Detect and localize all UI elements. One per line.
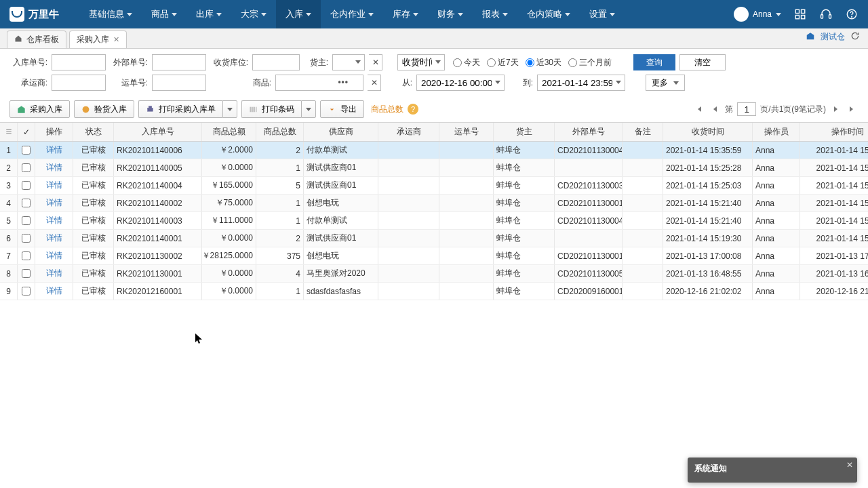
headset-icon[interactable]: [819, 7, 833, 21]
print-barcode-dropdown[interactable]: [301, 100, 316, 118]
nav-item[interactable]: 入库: [276, 0, 321, 28]
clear-button[interactable]: 清空: [679, 54, 726, 70]
column-header[interactable]: 收货时间: [663, 123, 753, 141]
refresh-icon[interactable]: [850, 31, 860, 43]
tab[interactable]: 采购入库✕: [69, 30, 127, 48]
help-badge-icon[interactable]: ?: [408, 104, 418, 115]
print-in-dropdown[interactable]: [222, 100, 237, 118]
user-menu[interactable]: Anna: [734, 7, 781, 22]
grid-icon[interactable]: [793, 7, 807, 21]
menu-icon[interactable]: [5, 127, 12, 137]
print-in-button[interactable]: 打印采购入库单: [138, 100, 222, 118]
row-checkbox[interactable]: [22, 287, 31, 296]
row-checkbox[interactable]: [22, 251, 31, 260]
table-row[interactable]: 1详情已审核RK202101140006￥2.00002付款单测试蚌埠仓CD20…: [0, 142, 868, 159]
column-header[interactable]: ✓: [18, 123, 35, 141]
table-row[interactable]: 6详情已审核RK202101140001￥0.00002测试供应商01蚌埠仓20…: [0, 230, 868, 247]
help-icon[interactable]: [845, 7, 859, 21]
ship-no-input[interactable]: [152, 75, 206, 91]
detail-link[interactable]: 详情: [46, 232, 62, 244]
detail-link[interactable]: 详情: [46, 144, 62, 156]
nav-item[interactable]: 商品: [142, 0, 186, 28]
column-header[interactable]: 外部单号: [555, 123, 623, 141]
nav-item[interactable]: 报表: [473, 0, 517, 28]
column-header[interactable]: 操作: [35, 123, 73, 141]
row-checkbox[interactable]: [22, 216, 31, 225]
row-checkbox[interactable]: [22, 146, 31, 155]
carrier-input[interactable]: [52, 75, 106, 91]
row-checkbox[interactable]: [22, 163, 31, 172]
table-row[interactable]: 9详情已审核RK202012160001￥0.00001sdasfdasfasf…: [0, 283, 868, 300]
page-last-button[interactable]: [846, 103, 859, 115]
table-row[interactable]: 4详情已审核RK202101140002￥75.00001创想电玩蚌埠仓CD20…: [0, 195, 868, 212]
column-header[interactable]: 运单号: [439, 123, 494, 141]
page-input[interactable]: [737, 102, 756, 116]
nav-item[interactable]: 出库: [186, 0, 231, 28]
nav-item[interactable]: 仓内策略: [517, 0, 580, 28]
detail-link[interactable]: 详情: [46, 250, 62, 262]
row-checkbox[interactable]: [22, 199, 31, 207]
close-icon[interactable]: ✕: [113, 35, 119, 44]
column-header[interactable]: 供应商: [304, 123, 378, 141]
search-button[interactable]: 查询: [633, 54, 675, 70]
sku-picker[interactable]: [275, 75, 363, 91]
table-row[interactable]: 5详情已审核RK202101140003￥111.00001付款单测试蚌埠仓CD…: [0, 212, 868, 230]
page-first-button[interactable]: [692, 103, 705, 115]
time-radio[interactable]: 今天: [453, 57, 480, 68]
column-header[interactable]: 商品总额: [202, 123, 256, 141]
column-header[interactable]: 入库单号: [114, 123, 202, 141]
nav-item[interactable]: 财务: [428, 0, 473, 28]
table-row[interactable]: 8详情已审核RK202101130001￥0.00004马里奥派对2020蚌埠仓…: [0, 265, 868, 283]
loc-input[interactable]: [252, 54, 300, 70]
nav-item[interactable]: 仓内作业: [321, 0, 383, 28]
detail-link[interactable]: 详情: [46, 197, 62, 209]
inspect-in-button[interactable]: 验货入库: [74, 100, 134, 118]
nav-item[interactable]: 基础信息: [79, 0, 142, 28]
column-header[interactable]: 承运商: [378, 123, 439, 141]
sku-total-link[interactable]: 商品总数: [371, 104, 403, 115]
chevron-down-icon[interactable]: [616, 81, 621, 84]
tab[interactable]: 仓库看板: [7, 30, 66, 48]
column-header[interactable]: 操作时间: [800, 123, 868, 141]
detail-link[interactable]: 详情: [46, 162, 62, 174]
to-date-input[interactable]: [537, 75, 625, 91]
ellipsis-icon[interactable]: •••: [338, 77, 349, 87]
purchase-in-button[interactable]: 采购入库: [9, 100, 70, 118]
ext-no-input[interactable]: [152, 54, 206, 70]
chevron-down-icon[interactable]: [355, 60, 361, 64]
column-header[interactable]: 备注: [623, 123, 663, 141]
nav-item[interactable]: 大宗: [231, 0, 276, 28]
time-radio[interactable]: 近30天: [526, 57, 561, 68]
detail-link[interactable]: 详情: [46, 180, 62, 191]
row-checkbox[interactable]: [22, 181, 31, 190]
warehouse-badge[interactable]: 测试仓: [821, 31, 845, 43]
nav-item[interactable]: 设置: [580, 0, 625, 28]
column-header[interactable]: 状态: [73, 123, 114, 141]
close-icon[interactable]: ✕: [846, 460, 853, 470]
export-button[interactable]: 导出: [320, 100, 364, 118]
row-checkbox[interactable]: [22, 269, 31, 278]
column-header[interactable]: 商品总数: [256, 123, 304, 141]
more-button[interactable]: 更多: [646, 75, 685, 91]
table-row[interactable]: 3详情已审核RK202101140004￥165.00005测试供应商01蚌埠仓…: [0, 177, 868, 195]
page-next-button[interactable]: [830, 103, 842, 115]
chevron-down-icon[interactable]: [495, 81, 500, 84]
owner-clear-button[interactable]: ✕: [369, 54, 382, 70]
column-header[interactable]: 货主: [494, 123, 555, 141]
time-radio[interactable]: 三个月前: [568, 57, 612, 68]
detail-link[interactable]: 详情: [46, 285, 62, 297]
table-row[interactable]: 7详情已审核RK202101130002￥28125.0000375创想电玩蚌埠…: [0, 247, 868, 265]
from-date-input[interactable]: [416, 75, 505, 91]
sku-clear-button[interactable]: ✕: [368, 75, 381, 91]
print-barcode-button[interactable]: 打印条码: [241, 100, 301, 118]
page-prev-button[interactable]: [709, 103, 721, 115]
time-radio[interactable]: 近7天: [487, 57, 519, 68]
detail-link[interactable]: 详情: [46, 268, 62, 279]
table-row[interactable]: 2详情已审核RK202101140005￥0.00001测试供应商01蚌埠仓20…: [0, 159, 868, 177]
column-header[interactable]: 操作员: [753, 123, 800, 141]
row-checkbox[interactable]: [22, 234, 31, 243]
nav-item[interactable]: 库存: [383, 0, 428, 28]
detail-link[interactable]: 详情: [46, 215, 62, 226]
column-header[interactable]: [0, 123, 18, 141]
in-no-input[interactable]: [52, 54, 106, 70]
